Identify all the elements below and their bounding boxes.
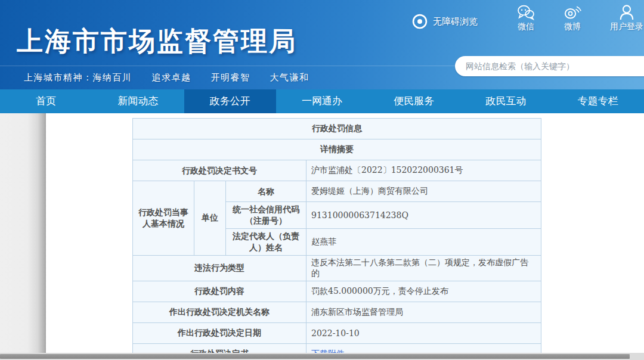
scrollbar-thumb[interactable] (0, 354, 630, 359)
table-row: 行政处罚当事人基本情况 单位 名称 爱姆缇姬（上海）商贸有限公司 (133, 181, 541, 202)
wechat-label: 微信 (518, 21, 534, 32)
weibo-button[interactable]: 微博 (564, 4, 581, 32)
legal-rep-value: 赵燕菲 (306, 228, 541, 255)
doc-no-label: 行政处罚决定书文号 (133, 160, 306, 181)
nav-item-gov-disclosure[interactable]: 政务公开 (184, 89, 276, 113)
site-search (455, 56, 644, 76)
slogan-band: 上海城市精神：海纳百川 追求卓越 开明睿智 大气谦和 (0, 66, 456, 89)
main-nav: 首页 新闻动态 政务公开 一网通办 便民服务 政民互动 专题专栏 (0, 89, 644, 113)
table-row: 行政处罚信息 (133, 119, 541, 139)
user-icon (619, 4, 634, 21)
weibo-label: 微博 (564, 21, 581, 32)
user-login-label: 用户登录 (610, 21, 643, 32)
search-input[interactable] (466, 57, 644, 76)
weibo-icon (564, 4, 581, 21)
party-info-label: 行政处罚当事人基本情况 (133, 181, 194, 256)
nav-item-one-stop[interactable]: 一网通办 (276, 89, 368, 113)
nav-item-news[interactable]: 新闻动态 (92, 89, 184, 113)
penalty-info-table: 行政处罚信息 详情摘要 行政处罚决定书文号 沪市监浦处〔2022〕1520220… (132, 118, 541, 360)
content-area: 行政处罚信息 详情摘要 行政处罚决定书文号 沪市监浦处〔2022〕1520220… (0, 113, 644, 353)
authority-label: 作出行政处罚决定机关名称 (133, 302, 306, 322)
wechat-button[interactable]: 微信 (517, 4, 535, 32)
city-spirit-slogan: 上海城市精神：海纳百川 追求卓越 开明睿智 大气谦和 (24, 72, 309, 83)
user-login-button[interactable]: 用户登录 (610, 4, 643, 32)
utility-bar: 无障碍浏览 微信 (411, 4, 644, 36)
table-row: 违法行为类型 违反本法第二十八条第二款第（二）项规定，发布虚假广告的 (133, 255, 541, 281)
accessibility-label: 无障碍浏览 (433, 16, 478, 27)
penalty-content-label: 行政处罚内容 (133, 281, 306, 302)
doc-no-value: 沪市监浦处〔2022〕152022000361号 (306, 160, 541, 181)
party-name-value: 爱姆缇姬（上海）商贸有限公司 (306, 181, 541, 202)
table-row: 作出行政处罚决定日期 2022-10-10 (133, 322, 541, 343)
decision-date-value: 2022-10-10 (306, 322, 541, 343)
page: 上海市市场监督管理局 无障碍浏览 (0, 0, 644, 360)
authority-value: 浦东新区市场监督管理局 (306, 302, 541, 322)
table-row: 行政处罚内容 罚款45.000000万元，责令停止发布 (133, 281, 541, 302)
nav-item-special-topics[interactable]: 专题专栏 (552, 89, 644, 113)
party-type-label: 单位 (194, 181, 226, 256)
table-subtitle: 详情摘要 (133, 139, 541, 160)
nav-item-interaction[interactable]: 政民互动 (460, 89, 552, 113)
wechat-icon (517, 4, 535, 21)
left-page-margin (0, 113, 46, 353)
legal-rep-label: 法定代表人（负责人）姓名 (226, 228, 306, 255)
credit-code-value: 91310000063714238Q (306, 202, 541, 229)
site-header: 上海市市场监督管理局 无障碍浏览 (0, 0, 644, 89)
violation-type-label: 违法行为类型 (133, 255, 306, 281)
table-row: 详情摘要 (133, 139, 541, 160)
party-name-label: 名称 (226, 181, 306, 202)
nav-item-home[interactable]: 首页 (0, 89, 92, 113)
horizontal-scrollbar[interactable] (0, 353, 644, 360)
table-row: 行政处罚决定书文号 沪市监浦处〔2022〕152022000361号 (133, 160, 541, 181)
table-row: 作出行政处罚决定机关名称 浦东新区市场监督管理局 (133, 302, 541, 322)
table-title: 行政处罚信息 (133, 119, 541, 139)
violation-type-value: 违反本法第二十八条第二款第（二）项规定，发布虚假广告的 (306, 255, 541, 281)
credit-code-label: 统一社会信用代码（注册号） (226, 202, 306, 229)
eye-icon (411, 13, 428, 30)
decision-date-label: 作出行政处罚决定日期 (133, 322, 306, 343)
penalty-content-value: 罚款45.000000万元，责令停止发布 (306, 281, 541, 302)
accessibility-button[interactable]: 无障碍浏览 (411, 13, 478, 30)
site-title: 上海市市场监督管理局 (17, 24, 297, 59)
nav-item-public-service[interactable]: 便民服务 (368, 89, 460, 113)
